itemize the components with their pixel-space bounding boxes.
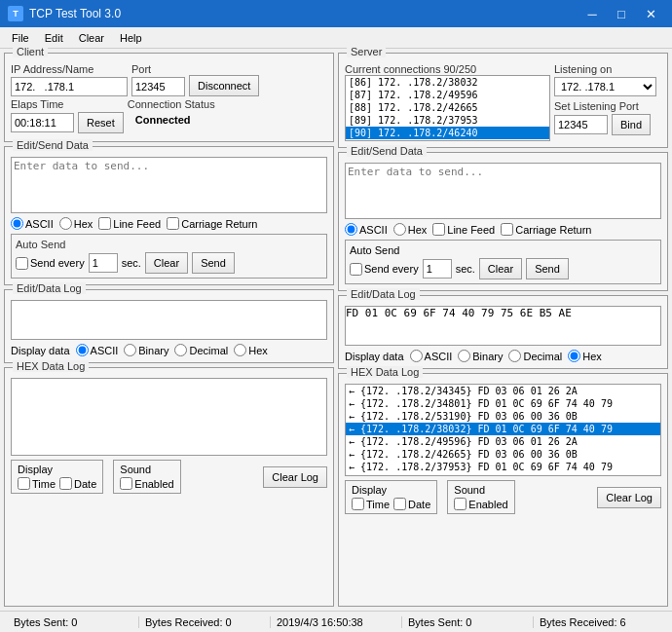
- client-log-ascii-label[interactable]: ASCII: [76, 344, 119, 356]
- client-date-label[interactable]: Date: [59, 477, 96, 490]
- client-log-hex-radio[interactable]: [234, 344, 246, 356]
- client-date-check[interactable]: [59, 477, 72, 490]
- client-log-textarea[interactable]: [11, 300, 327, 340]
- server-time-label[interactable]: Time: [352, 498, 390, 510]
- server-autosend-group: Auto Send Send every sec. Clear Send: [345, 240, 661, 284]
- server-ascii-radio-label[interactable]: ASCII: [345, 223, 388, 236]
- client-clear-log-button[interactable]: Clear Log: [263, 466, 327, 488]
- hex-item-5[interactable]: ← {172. .178.2/42665} FD 03 06 00 36 0B: [346, 448, 660, 461]
- server-hex-list[interactable]: ← {172. .178.2/34345} FD 03 06 01 26 2A …: [345, 384, 661, 476]
- server-log-ascii-label[interactable]: ASCII: [410, 350, 453, 362]
- menu-file[interactable]: File: [4, 27, 37, 48]
- server-send-textarea[interactable]: [345, 163, 661, 219]
- client-linefeed-check[interactable]: [98, 217, 111, 230]
- hex-item-4[interactable]: ← {172. .178.2/49596} FD 03 06 01 26 2A: [346, 435, 660, 448]
- hex-item-1[interactable]: ← {172. .178.2/34801} FD 01 0C 69 6F 74 …: [346, 397, 660, 410]
- server-log-decimal-radio[interactable]: [508, 350, 521, 362]
- server-hex-radio-label[interactable]: Hex: [393, 223, 428, 236]
- server-time-check[interactable]: [352, 498, 364, 510]
- conn-item-88[interactable]: [88] 172. .178.2/42665: [346, 101, 549, 114]
- server-date-label[interactable]: Date: [393, 498, 430, 510]
- server-edit-label: Edit/Send Data: [347, 145, 427, 157]
- client-ascii-radio[interactable]: [11, 217, 23, 230]
- minimize-button[interactable]: ─: [579, 4, 606, 23]
- client-send-every-check[interactable]: [16, 257, 28, 270]
- server-send-button[interactable]: Send: [526, 258, 569, 279]
- client-carriage-check[interactable]: [167, 217, 179, 230]
- hex-item-7[interactable]: ← {172. .178.2/46240} FD 03 06 01 26 2A: [346, 473, 660, 476]
- server-carriage-label[interactable]: Carriage Return: [501, 223, 591, 236]
- client-hex-group: HEX Data Log Display Time Date: [4, 367, 334, 607]
- client-enabled-check[interactable]: [120, 477, 132, 490]
- server-carriage-check[interactable]: [501, 223, 513, 236]
- set-port-input[interactable]: [554, 115, 608, 134]
- server-date-check[interactable]: [393, 498, 406, 510]
- menu-edit[interactable]: Edit: [37, 27, 71, 48]
- client-send-button[interactable]: Send: [192, 252, 235, 274]
- client-enabled-label[interactable]: Enabled: [120, 477, 173, 490]
- server-ascii-radio[interactable]: [345, 223, 357, 236]
- conn-item-86[interactable]: [86] 172. .178.2/38032: [346, 76, 549, 89]
- server-log-hex-radio[interactable]: [568, 350, 580, 362]
- client-send-every-check-label[interactable]: Send every: [16, 257, 85, 270]
- client-log-decimal-radio[interactable]: [174, 344, 187, 356]
- conn-item-90[interactable]: [90] 172. .178.2/46240: [346, 127, 549, 139]
- server-hex-radio[interactable]: [393, 223, 406, 236]
- hex-item-0[interactable]: ← {172. .178.2/34345} FD 03 06 01 26 2A: [346, 385, 660, 397]
- client-ascii-radio-label[interactable]: ASCII: [11, 217, 54, 230]
- listening-select[interactable]: 172. .178.1: [554, 77, 656, 96]
- client-send-every-input[interactable]: [89, 253, 118, 273]
- client-log-binary-label[interactable]: Binary: [124, 344, 168, 356]
- server-linefeed-check[interactable]: [432, 223, 445, 236]
- client-log-hex-label[interactable]: Hex: [234, 344, 268, 356]
- ip-input[interactable]: [11, 77, 128, 96]
- client-hex-list[interactable]: [11, 378, 327, 456]
- server-log-label: Edit/Data Log: [347, 288, 420, 300]
- client-log-group: Edit/Data Log Display data ASCII Binary …: [4, 289, 334, 363]
- server-log-decimal-label[interactable]: Decimal: [508, 350, 562, 362]
- connections-list[interactable]: [86] 172. .178.2/38032 [87] 172. .178.2/…: [345, 75, 550, 141]
- server-clear-button[interactable]: Clear: [479, 258, 522, 279]
- server-send-every-input[interactable]: [423, 259, 452, 279]
- client-send-textarea[interactable]: [11, 157, 327, 213]
- elapsed-input[interactable]: [11, 113, 74, 132]
- server-log-ascii-radio[interactable]: [410, 350, 423, 362]
- hex-item-3[interactable]: ← {172. .178.2/38032} FD 01 0C 69 6F 74 …: [346, 423, 660, 435]
- client-hex-display-label: Display: [18, 464, 53, 475]
- reset-button[interactable]: Reset: [78, 112, 124, 133]
- client-log-decimal-label[interactable]: Decimal: [174, 344, 228, 356]
- server-log-binary-radio[interactable]: [458, 350, 470, 362]
- client-clear-button[interactable]: Clear: [145, 252, 188, 274]
- port-input[interactable]: [131, 77, 185, 96]
- disconnect-button[interactable]: Disconnect: [189, 75, 259, 96]
- hex-item-2[interactable]: ← {172. .178.2/53190} FD 03 06 00 36 0B: [346, 410, 660, 423]
- conn-item-87[interactable]: [87] 172. .178.2/49596: [346, 89, 549, 101]
- server-enabled-check[interactable]: [454, 498, 467, 510]
- server-display-label: Display data: [345, 351, 404, 362]
- server-log-textarea[interactable]: FD 01 0C 69 6F 74 40 79 75 6E B5 AE: [345, 306, 661, 346]
- server-log-hex-label[interactable]: Hex: [568, 350, 602, 362]
- conn-item-89[interactable]: [89] 172. .178.2/37953: [346, 114, 549, 127]
- menu-help[interactable]: Help: [112, 27, 150, 48]
- close-button[interactable]: ✕: [637, 4, 664, 23]
- server-clear-log-button[interactable]: Clear Log: [597, 487, 661, 508]
- server-send-every-check[interactable]: [350, 263, 362, 276]
- server-enabled-label[interactable]: Enabled: [454, 498, 507, 510]
- client-log-ascii-radio[interactable]: [76, 344, 89, 356]
- menu-clear[interactable]: Clear: [71, 27, 112, 48]
- server-log-binary-label[interactable]: Binary: [458, 350, 503, 362]
- client-time-label[interactable]: Time: [18, 477, 56, 490]
- server-send-every-check-label[interactable]: Send every: [350, 263, 419, 276]
- bind-button[interactable]: Bind: [612, 114, 651, 135]
- client-log-binary-radio[interactable]: [124, 344, 136, 356]
- client-carriage-label[interactable]: Carriage Return: [167, 217, 257, 230]
- hex-item-6[interactable]: ← {172. .178.2/37953} FD 01 0C 69 6F 74 …: [346, 461, 660, 473]
- client-time-check[interactable]: [18, 477, 30, 490]
- maximize-button[interactable]: □: [608, 4, 635, 23]
- menu-bar: File Edit Clear Help: [0, 27, 672, 49]
- client-linefeed-label[interactable]: Line Feed: [98, 217, 161, 230]
- current-conn-label: Current connections 90/250: [345, 63, 476, 75]
- client-hex-radio-label[interactable]: Hex: [59, 217, 93, 230]
- client-hex-radio[interactable]: [59, 217, 72, 230]
- server-linefeed-label[interactable]: Line Feed: [432, 223, 495, 236]
